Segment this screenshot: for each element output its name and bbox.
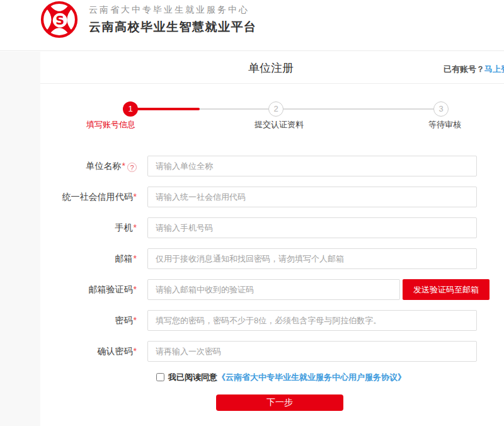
- step1-label: 填写账号信息: [54, 119, 168, 130]
- page-background: 单位注册 已有账号？马上登录 1 2 3 填写账号信息 提交认证资料 等待审核 …: [0, 52, 504, 426]
- send-code-button[interactable]: 发送验证码至邮箱: [403, 279, 490, 300]
- required-mark: *: [134, 192, 137, 202]
- form-row-password: 密码*: [40, 310, 504, 331]
- platform-logo-icon: S: [40, 1, 79, 38]
- credit-code-input[interactable]: [147, 187, 477, 207]
- email-input[interactable]: [147, 248, 477, 269]
- login-prompt: 已有账号？: [444, 64, 484, 74]
- email-label: 邮箱*: [40, 253, 147, 265]
- unit-name-input[interactable]: [147, 156, 477, 176]
- required-mark: *: [134, 222, 137, 233]
- svg-text:S: S: [55, 13, 64, 28]
- step3-label: 等待审核: [388, 119, 501, 130]
- org-name: 云南省大中专毕业生就业服务中心: [89, 4, 257, 16]
- card-header: 单位注册 已有账号？马上登录: [40, 52, 504, 84]
- required-mark: *: [134, 284, 137, 294]
- form-row-email-code: 邮箱验证码* 发送验证码至邮箱: [40, 279, 504, 300]
- password-input[interactable]: [147, 310, 477, 331]
- agreement-checkbox[interactable]: [156, 373, 164, 381]
- required-mark: *: [134, 253, 137, 263]
- step-progress-line: [130, 108, 200, 110]
- unit-name-label: 单位名称*?: [40, 161, 147, 172]
- email-code-input[interactable]: [147, 279, 400, 300]
- question-mark-icon[interactable]: ?: [127, 163, 137, 172]
- form-row-email: 邮箱*: [40, 248, 504, 269]
- login-area: 已有账号？马上登录: [444, 64, 504, 75]
- email-code-label: 邮箱验证码*: [40, 284, 147, 296]
- step1-circle: 1: [123, 101, 138, 117]
- platform-name: 云南高校毕业生智慧就业平台: [89, 19, 257, 35]
- registration-form: 单位名称*? 统一社会信用代码* 手机* 邮箱* 邮箱验证码* 发送验证码至邮箱: [40, 156, 504, 411]
- confirm-password-input[interactable]: [147, 341, 477, 362]
- brand-text: 云南省大中专毕业生就业服务中心 云南高校毕业生智慧就业平台: [89, 4, 257, 35]
- form-row-unit-name: 单位名称*?: [40, 156, 504, 176]
- step2-label: 提交认证资料: [222, 119, 336, 130]
- step2-circle: 2: [268, 101, 284, 117]
- agreement-text: 我已阅读同意《云南省大中专毕业生就业服务中心用户服务协议》: [168, 372, 406, 383]
- registration-card: 单位注册 已有账号？马上登录 1 2 3 填写账号信息 提交认证资料 等待审核 …: [40, 52, 504, 426]
- progress-stepper: 1 2 3 填写账号信息 提交认证资料 等待审核: [40, 84, 504, 156]
- login-now-link[interactable]: 马上登录: [484, 64, 504, 74]
- step3-circle: 3: [433, 101, 449, 117]
- form-row-mobile: 手机*: [40, 217, 504, 238]
- agreement-row: 我已阅读同意《云南省大中专毕业生就业服务中心用户服务协议》: [156, 372, 504, 383]
- mobile-input[interactable]: [147, 217, 477, 238]
- form-row-confirm-password: 确认密码*: [40, 341, 504, 362]
- password-label: 密码*: [40, 315, 147, 326]
- required-mark: *: [134, 315, 137, 325]
- page-title: 单位注册: [40, 60, 501, 76]
- confirm-password-label: 确认密码*: [40, 346, 147, 357]
- user-agreement-link[interactable]: 《云南省大中专毕业生就业服务中心用户服务协议》: [217, 372, 406, 382]
- required-mark: *: [134, 346, 137, 356]
- site-header: S 云南省大中专毕业生就业服务中心 云南高校毕业生智慧就业平台: [0, 0, 504, 51]
- required-mark: *: [122, 161, 125, 171]
- next-step-button[interactable]: 下一步: [216, 394, 343, 411]
- credit-code-label: 统一社会信用代码*: [40, 192, 147, 203]
- form-row-credit-code: 统一社会信用代码*: [40, 187, 504, 207]
- mobile-label: 手机*: [40, 222, 147, 234]
